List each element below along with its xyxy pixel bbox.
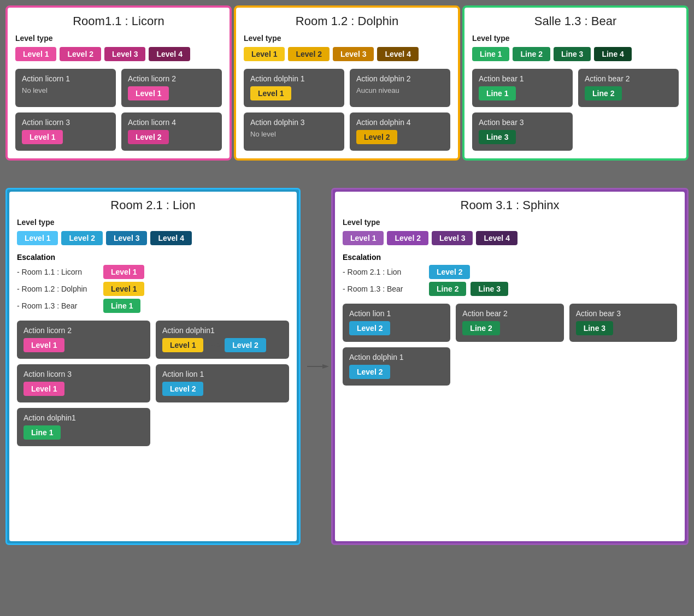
escalation-sphinx-bear-badge-2[interactable]: Line 3 bbox=[470, 282, 508, 296]
action-lion-licorn3-title: Action licorn 3 bbox=[23, 370, 144, 378]
lion-level-badges: Level 1 Level 2 Level 3 Level 4 bbox=[17, 231, 289, 245]
sphinx-badge-4[interactable]: Level 4 bbox=[476, 231, 517, 245]
table-row: Action licorn 3 Level 1 bbox=[17, 364, 150, 402]
action-sphinx-bear2-title: Action bear 2 bbox=[462, 309, 557, 318]
action-licorn-1-level: No level bbox=[22, 86, 109, 94]
escalation-lion-dolphin-label: - Room 1.2 : Dolphin bbox=[17, 285, 99, 293]
action-sphinx-bear3-title: Action bear 3 bbox=[576, 309, 671, 318]
sphinx-actions-grid-top: Action lion 1 Level 2 Action bear 2 Line… bbox=[343, 304, 677, 342]
action-sphinx-bear2-badge[interactable]: Line 2 bbox=[462, 321, 499, 335]
escalation-lion-bear-badge[interactable]: Line 1 bbox=[103, 299, 140, 313]
table-row: Action bear 1 Line 1 bbox=[472, 69, 573, 107]
action-lion-licorn2-badge[interactable]: Level 1 bbox=[23, 338, 64, 352]
action-bear-1-badge[interactable]: Line 1 bbox=[479, 86, 516, 100]
dolphin-actions-grid: Action dolphin 1 Level 1 Action dolphin … bbox=[244, 69, 450, 151]
sphinx-level-badges: Level 1 Level 2 Level 3 Level 4 bbox=[343, 231, 677, 245]
sphinx-badge-1[interactable]: Level 1 bbox=[343, 231, 384, 245]
action-dolphin-2-level: Aucun niveau bbox=[356, 86, 444, 94]
escalation-sphinx-lion-label: - Room 2.1 : Lion bbox=[343, 268, 425, 276]
table-row: Action licorn 2 Level 1 bbox=[17, 321, 150, 359]
action-dolphin-3-level: No level bbox=[250, 130, 338, 138]
table-row: Action dolphin 3 No level bbox=[244, 112, 344, 151]
escalation-lion-dolphin-badge[interactable]: Level 1 bbox=[103, 282, 144, 296]
top-row: Room1.1 : Licorn Level type Level 1 Leve… bbox=[0, 0, 694, 166]
dolphin-badge-3[interactable]: Level 3 bbox=[333, 47, 374, 61]
action-dolphin-4-badge[interactable]: Level 2 bbox=[356, 130, 397, 144]
lion-escalation: Escalation - Room 1.1 : Licorn Level 1 -… bbox=[17, 253, 289, 313]
action-lion-licorn3-badge[interactable]: Level 1 bbox=[23, 382, 64, 396]
room-sphinx-inner: Room 3.1 : Sphinx Level type Level 1 Lev… bbox=[335, 192, 685, 541]
licorn-badge-3[interactable]: Level 3 bbox=[104, 47, 145, 61]
escalation-lion-bear-label: - Room 1.3 : Bear bbox=[17, 301, 99, 310]
dolphin-badge-2[interactable]: Level 2 bbox=[288, 47, 329, 61]
svg-marker-1 bbox=[322, 364, 329, 369]
sphinx-bottom-row: Action dolphin 1 Level 2 bbox=[343, 347, 677, 386]
lion-badge-4[interactable]: Level 4 bbox=[150, 231, 191, 245]
action-lion-dolphin1-arrow-row: Level 1 ----> Level 2 bbox=[162, 338, 283, 352]
lion-badge-2[interactable]: Level 2 bbox=[61, 231, 102, 245]
action-lion-dolphin1-badge-to[interactable]: Level 2 bbox=[225, 338, 266, 352]
bear-badge-4[interactable]: Line 4 bbox=[594, 47, 631, 61]
action-lion-licorn2-title: Action licorn 2 bbox=[23, 326, 144, 335]
bear-actions-grid: Action bear 1 Line 1 Action bear 2 Line … bbox=[472, 69, 679, 151]
table-row: Action bear 3 Line 3 bbox=[472, 112, 573, 151]
action-licorn-4-badge[interactable]: Level 2 bbox=[128, 130, 169, 144]
sphinx-level-type-label: Level type bbox=[343, 218, 677, 227]
table-row: Action dolphin 1 Level 2 bbox=[343, 347, 450, 386]
action-lion-dolphin1-badge-from[interactable]: Level 1 bbox=[162, 338, 203, 352]
sphinx-badge-2[interactable]: Level 2 bbox=[387, 231, 428, 245]
escalation-lion-licorn-badge[interactable]: Level 1 bbox=[103, 265, 144, 279]
action-sphinx-lion1-title: Action lion 1 bbox=[349, 309, 444, 318]
dolphin-badge-4[interactable]: Level 4 bbox=[377, 47, 418, 61]
action-bear-3-title: Action bear 3 bbox=[479, 118, 566, 127]
licorn-badge-2[interactable]: Level 2 bbox=[60, 47, 101, 61]
escalation-sphinx-lion-badge[interactable]: Level 2 bbox=[429, 265, 470, 279]
action-dolphin-2-title: Action dolphin 2 bbox=[356, 74, 444, 83]
lion-badge-1[interactable]: Level 1 bbox=[17, 231, 58, 245]
bear-badge-1[interactable]: Line 1 bbox=[472, 47, 509, 61]
arrow-icon bbox=[307, 361, 329, 372]
action-dolphin-1-badge[interactable]: Level 1 bbox=[250, 86, 291, 100]
action-licorn-2-title: Action licorn 2 bbox=[128, 74, 215, 83]
table-row: Action dolphin 4 Level 2 bbox=[350, 112, 450, 151]
action-sphinx-lion1-badge[interactable]: Level 2 bbox=[349, 321, 390, 335]
action-bear-2-badge[interactable]: Line 2 bbox=[585, 86, 622, 100]
table-row: Action dolphin 2 Aucun niveau bbox=[350, 69, 450, 107]
table-row: Action dolphin1 Level 1 ----> Level 2 bbox=[156, 321, 289, 359]
action-dolphin-1-title: Action dolphin 1 bbox=[250, 74, 338, 83]
table-row: Action licorn 4 Level 2 bbox=[121, 112, 222, 151]
sphinx-badge-3[interactable]: Level 3 bbox=[432, 231, 473, 245]
room-dolphin-title: Room 1.2 : Dolphin bbox=[244, 14, 450, 28]
bear-badge-3[interactable]: Line 3 bbox=[554, 47, 591, 61]
lion-badge-3[interactable]: Level 3 bbox=[106, 231, 147, 245]
action-sphinx-dolphin1-badge[interactable]: Level 2 bbox=[349, 365, 390, 379]
room-dolphin: Room 1.2 : Dolphin Level type Level 1 Le… bbox=[234, 5, 460, 161]
licorn-level-type-label: Level type bbox=[15, 34, 222, 43]
escalation-sphinx-bear-label: - Room 1.3 : Bear bbox=[343, 285, 425, 293]
action-licorn-3-badge[interactable]: Level 1 bbox=[22, 130, 63, 144]
table-row: Action licorn 1 No level bbox=[15, 69, 116, 107]
action-bear-3-badge[interactable]: Line 3 bbox=[479, 130, 516, 144]
dolphin-badge-1[interactable]: Level 1 bbox=[244, 47, 285, 61]
bottom-row: Room 2.1 : Lion Level type Level 1 Level… bbox=[0, 188, 694, 550]
list-item: - Room 2.1 : Lion Level 2 bbox=[343, 265, 677, 279]
sphinx-actions-grid-bottom: Action dolphin 1 Level 2 bbox=[343, 347, 677, 386]
licorn-badge-1[interactable]: Level 1 bbox=[15, 47, 56, 61]
room-lion-inner: Room 2.1 : Lion Level type Level 1 Level… bbox=[9, 192, 297, 541]
escalation-sphinx-bear-badge-1[interactable]: Line 2 bbox=[429, 282, 466, 296]
action-lion-lion1-badge[interactable]: Level 2 bbox=[162, 382, 203, 396]
room-bear-title: Salle 1.3 : Bear bbox=[472, 14, 679, 28]
action-lion-lion1-title: Action lion 1 bbox=[162, 370, 283, 378]
room-bear: Salle 1.3 : Bear Level type Line 1 Line … bbox=[462, 5, 689, 161]
table-row: Action dolphin1 Line 1 bbox=[17, 408, 150, 446]
licorn-badge-4[interactable]: Level 4 bbox=[149, 47, 190, 61]
room-licorn: Room1.1 : Licorn Level type Level 1 Leve… bbox=[5, 5, 232, 161]
licorn-actions-grid: Action licorn 1 No level Action licorn 2… bbox=[15, 69, 222, 151]
action-licorn-2-badge[interactable]: Level 1 bbox=[128, 86, 169, 100]
action-sphinx-bear3-badge[interactable]: Line 3 bbox=[576, 321, 613, 335]
bear-badge-2[interactable]: Line 2 bbox=[513, 47, 550, 61]
licorn-level-badges: Level 1 Level 2 Level 3 Level 4 bbox=[15, 47, 222, 61]
action-lion-dolphin1b-badge[interactable]: Line 1 bbox=[23, 425, 61, 440]
room-lion-outer: Room 2.1 : Lion Level type Level 1 Level… bbox=[5, 188, 301, 545]
action-bear-2-title: Action bear 2 bbox=[585, 74, 672, 83]
